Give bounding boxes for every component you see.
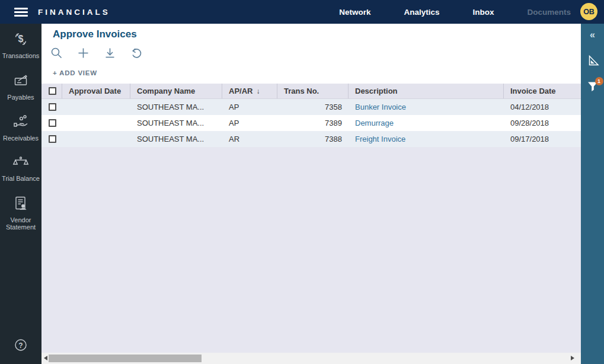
cell-invoice-date: 04/12/2018 [504,103,581,111]
cell-company-name: SOUTHEAST MA... [130,135,222,143]
table-body: SOUTHEAST MA... AP 7358 Bunker Invoice 0… [41,99,581,147]
cell-ap-ar: AR [222,135,277,143]
cell-company-name: SOUTHEAST MA... [130,119,222,127]
left-sidebar: $ Transactions Payables [0,24,41,364]
sidebar-item-label: Vendor Statement [0,216,41,231]
column-header-description[interactable]: Description [349,84,504,98]
app-brand: FINANCIALS [38,8,110,17]
right-sidebar: « 1 [581,24,604,364]
export-icon [104,47,116,59]
cell-ap-ar: AP [222,119,277,127]
help-icon: ? [14,338,28,355]
sidebar-item-label: Payables [7,94,34,101]
search-icon [50,47,63,59]
sidebar-item-label: Transactions [2,52,40,60]
undo-button[interactable] [130,47,143,59]
scroll-right-arrow-icon[interactable] [571,356,574,360]
cell-trans-no: 7388 [277,135,349,143]
help-button[interactable]: ? [0,338,41,355]
nav-item-analytics[interactable]: Analytics [404,8,439,17]
user-avatar[interactable]: OB [580,3,597,20]
export-button[interactable] [104,47,116,59]
column-header-approval-date[interactable]: Approval Date [62,84,130,98]
sort-descending-icon: ↓ [256,87,260,95]
column-header-invoice-date[interactable]: Invoice Date [504,84,581,98]
search-button[interactable] [50,47,63,59]
hamburger-menu-icon[interactable] [14,6,28,18]
trial-balance-icon [12,155,29,175]
sidebar-item-label: Receivables [3,135,39,142]
column-header-ap-ar[interactable]: AP/AR ↓ [222,84,277,98]
sidebar-item-receivables[interactable]: Receivables [0,114,41,142]
nav-item-network[interactable]: Network [339,8,370,17]
invoices-table: Approval Date Company Name AP/AR ↓ Trans… [41,84,581,147]
cell-trans-no: 7389 [277,119,349,127]
sidebar-item-payables[interactable]: Payables [0,73,41,101]
svg-text:$: $ [18,34,24,44]
add-button[interactable] [77,47,90,59]
transactions-icon: $ [13,31,28,52]
nav-item-documents: Documents [527,8,571,17]
add-icon [77,47,90,59]
row-checkbox[interactable] [49,103,56,111]
row-checkbox[interactable] [49,119,56,127]
cell-select [41,103,62,111]
sidebar-item-label: Trial Balance [2,175,40,183]
column-header-trans-no[interactable]: Trans No. [277,84,349,98]
cell-description-link[interactable]: Demurrage [349,119,504,127]
table-empty-area [41,147,581,353]
select-all-cell [41,84,62,98]
horizontal-scrollbar-thumb[interactable] [49,355,202,362]
cell-ap-ar: AP [222,103,277,111]
svg-text:?: ? [18,341,23,350]
undo-icon [130,47,143,59]
add-view-button[interactable]: + ADD VIEW [53,69,97,76]
sidebar-item-transactions[interactable]: $ Transactions [0,31,41,60]
filter-button[interactable]: 1 [587,81,599,92]
table-header-row: Approval Date Company Name AP/AR ↓ Trans… [41,84,581,99]
navbar-links: Network Analytics Inbox Documents [339,0,571,24]
set-square-icon [586,54,599,67]
table-row[interactable]: SOUTHEAST MA... AR 7388 Freight Invoice … [41,131,581,147]
set-square-button[interactable] [586,54,599,67]
table-row[interactable]: SOUTHEAST MA... AP 7358 Bunker Invoice 0… [41,99,581,115]
row-checkbox[interactable] [49,135,56,143]
collapse-panel-icon[interactable]: « [590,30,595,40]
toolbar [50,47,581,59]
cell-trans-no: 7358 [277,103,349,111]
nav-item-inbox[interactable]: Inbox [472,8,494,17]
cell-invoice-date: 09/17/2018 [504,135,581,143]
select-all-checkbox[interactable] [49,87,56,95]
scroll-left-arrow-icon[interactable] [44,356,47,360]
cell-select [41,135,62,143]
cell-company-name: SOUTHEAST MA... [130,103,222,111]
cell-select [41,119,62,127]
cell-description-link[interactable]: Bunker Invoice [349,103,504,111]
page-title: Approve Invoices [53,28,581,40]
cell-invoice-date: 09/28/2018 [504,119,581,127]
top-navbar: FINANCIALS Network Analytics Inbox Docum… [0,0,604,24]
receivables-icon [12,114,29,135]
filter-badge: 1 [595,77,603,85]
vendor-statement-icon [13,196,28,216]
column-header-company-name[interactable]: Company Name [130,84,222,98]
horizontal-scrollbar[interactable] [41,353,581,364]
table-row[interactable]: SOUTHEAST MA... AP 7389 Demurrage 09/28/… [41,115,581,131]
column-header-label: AP/AR [229,87,253,95]
cell-description-link[interactable]: Freight Invoice [349,135,504,143]
payables-icon [13,73,28,94]
sidebar-item-vendor-statement[interactable]: Vendor Statement [0,196,41,231]
sidebar-item-trial-balance[interactable]: Trial Balance [0,155,41,183]
